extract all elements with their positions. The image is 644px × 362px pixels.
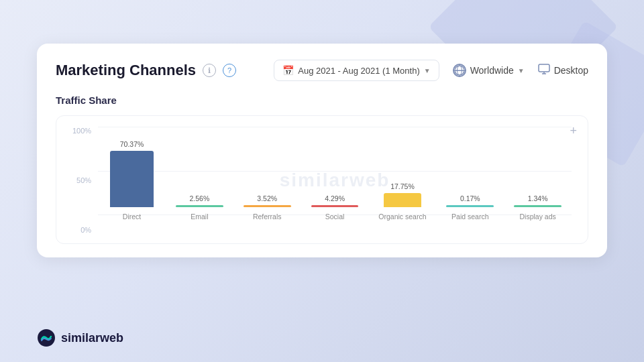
bar-name-label: Social <box>325 213 345 221</box>
chart-main: similarweb 70.37%Direct2.56%Email3.52%Re… <box>98 127 572 234</box>
desktop-label: Desktop <box>554 65 588 76</box>
worldwide-label: Worldwide <box>470 65 514 76</box>
bar-pct-label: 1.34% <box>528 194 548 202</box>
bar-group-referrals: 3.52%Referrals <box>233 194 301 221</box>
bar-line-visual <box>514 205 561 207</box>
svg-point-0 <box>455 66 464 75</box>
bar-name-label: Paid search <box>451 213 488 221</box>
bar-pct-label: 4.29% <box>325 194 345 202</box>
title-group: Marketing Channels ℹ ? <box>56 62 236 79</box>
calendar-icon: 📅 <box>282 65 294 76</box>
bar-pct-label: 3.52% <box>257 194 277 202</box>
monitor-icon <box>538 64 550 77</box>
section-title: Traffic Share <box>56 95 588 106</box>
bar-group-organic-search: 17.75%Organic search <box>369 182 437 221</box>
bar-line-visual <box>446 205 494 207</box>
bar-name-label: Display ads <box>519 213 555 221</box>
chevron-down-icon: ▼ <box>424 67 431 74</box>
date-range-label: Aug 2021 - Aug 2021 (1 Month) <box>298 66 419 76</box>
bars-row: 70.37%Direct2.56%Email3.52%Referrals4.29… <box>98 127 572 221</box>
main-card: Marketing Channels ℹ ? 📅 Aug 2021 - Aug … <box>37 44 607 257</box>
y-label-100: 100% <box>72 127 91 135</box>
bar-pct-label: 17.75% <box>390 182 415 190</box>
bar-line-visual <box>311 205 359 207</box>
y-label-0: 0% <box>80 226 91 234</box>
header-controls: 📅 Aug 2021 - Aug 2021 (1 Month) ▼ Worldw… <box>274 60 588 81</box>
svg-point-1 <box>457 66 462 75</box>
desktop-control: Desktop <box>538 64 588 77</box>
worldwide-control[interactable]: Worldwide ▼ <box>453 64 525 77</box>
similarweb-logo-text: similarweb <box>61 331 123 345</box>
bar-line-visual <box>244 205 291 207</box>
y-axis: 100% 50% 0% <box>72 127 98 234</box>
page-title: Marketing Channels <box>56 62 196 79</box>
chart-area: 100% 50% 0% similarweb 70.37%Direct2.56%… <box>72 127 572 234</box>
bar-name-label: Direct <box>123 213 141 221</box>
bar-visual <box>384 193 421 207</box>
date-range-button[interactable]: 📅 Aug 2021 - Aug 2021 (1 Month) ▼ <box>274 60 439 81</box>
bar-group-paid-search: 0.17%Paid search <box>436 194 504 221</box>
bar-line-visual <box>176 205 223 207</box>
bar-group-social: 4.29%Social <box>301 194 369 221</box>
help-icon[interactable]: ? <box>223 64 236 77</box>
similarweb-logo-icon <box>37 328 56 347</box>
info-icon[interactable]: ℹ <box>203 64 216 77</box>
bar-name-label: Referrals <box>253 213 282 221</box>
bar-group-direct: 70.37%Direct <box>98 140 166 221</box>
bar-group-display-ads: 1.34%Display ads <box>504 194 572 221</box>
bar-name-label: Organic search <box>378 213 426 221</box>
card-header: Marketing Channels ℹ ? 📅 Aug 2021 - Aug … <box>56 60 588 81</box>
chart-container: + 100% 50% 0% similarweb 70.37%Direc <box>56 115 588 244</box>
worldwide-chevron-icon: ▼ <box>518 67 525 74</box>
y-label-50: 50% <box>76 176 91 184</box>
globe-icon <box>453 64 466 77</box>
bottom-logo: similarweb <box>37 328 123 347</box>
svg-rect-3 <box>539 64 549 72</box>
bar-pct-label: 0.17% <box>460 194 480 202</box>
bar-pct-label: 70.37% <box>120 140 144 148</box>
bar-name-label: Email <box>191 213 208 221</box>
bar-visual <box>110 151 154 207</box>
bar-group-email: 2.56%Email <box>166 194 233 221</box>
bar-pct-label: 2.56% <box>190 194 210 202</box>
